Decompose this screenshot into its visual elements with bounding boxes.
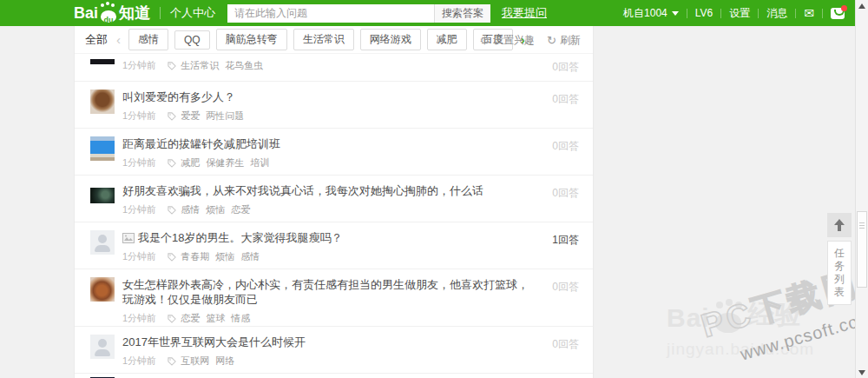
- tag-icon: [167, 111, 177, 122]
- tag-link[interactable]: 青春期: [181, 251, 209, 262]
- tag-link[interactable]: 恋爱: [231, 204, 250, 215]
- filter-tag[interactable]: 生活常识: [293, 29, 354, 50]
- question-list: 1分钟前 生活常识花鸟鱼虫 0回答 叫刘爱爱的有多少人？: [75, 54, 593, 378]
- mall-icon[interactable]: [831, 8, 845, 19]
- question-time: 1分钟前: [122, 109, 156, 123]
- set-interest-button[interactable]: ⚙ 设置兴趣: [479, 33, 535, 48]
- messages-link[interactable]: 消息: [766, 6, 787, 21]
- question-thumbnail[interactable]: [90, 277, 115, 302]
- tag-link[interactable]: 烦恼: [215, 251, 234, 262]
- back-to-top-button[interactable]: [827, 213, 852, 237]
- tag-link[interactable]: 两性问题: [206, 110, 244, 121]
- settings-link[interactable]: 设置: [729, 6, 750, 21]
- question-thumbnail[interactable]: [90, 230, 115, 255]
- tag-icon: [167, 61, 177, 71]
- paw-watermark-icon: [713, 302, 746, 333]
- question-row: 距离最近的拔罐针灸减肥培训班 1分钟前 减肥保健养生培训 0回答: [75, 129, 593, 176]
- question-time: 1分钟前: [122, 156, 156, 169]
- mail-icon[interactable]: ✉: [804, 7, 814, 19]
- question-row: 我是个18岁的男生。大家觉得我腿瘦吗？ 1分钟前 青春期烦恼感情 1回答: [75, 222, 593, 269]
- question-row: 女生怎样跟外表高冷，内心朴实，有责任感有担当的男生做朋友，他喜欢打篮球，玩游戏！…: [75, 269, 593, 327]
- scrollbar-thumb[interactable]: [857, 211, 867, 288]
- question-title[interactable]: 叫刘爱爱的有多少人？: [122, 90, 235, 104]
- question-row: 遇见你是上辈子的什么人吗 0回答: [75, 374, 593, 378]
- filter-tag[interactable]: 脑筋急转弯: [216, 29, 287, 50]
- tag-icon: [167, 158, 177, 169]
- question-time: 1分钟前: [122, 355, 156, 368]
- filter-tag[interactable]: QQ: [174, 30, 210, 50]
- tag-link[interactable]: 感情: [240, 251, 260, 262]
- question-tags: 减肥保健养生培训: [181, 156, 275, 169]
- filter-tag[interactable]: 减肥: [427, 29, 467, 50]
- pcsoft-url-watermark: www.pcsoft.com.cn: [738, 301, 868, 365]
- question-title[interactable]: 距离最近的拔罐针灸减肥培训班: [122, 136, 280, 151]
- question-tags: 互联网网络: [181, 355, 240, 368]
- question-thumbnail[interactable]: [90, 59, 115, 64]
- ask-question-link[interactable]: 我要提问: [502, 5, 547, 21]
- question-title[interactable]: 好朋友喜欢骗我，从来不对我说真心话，我每次对她掏心掏肺的，什么话: [122, 183, 483, 198]
- filter-all[interactable]: 全部: [85, 32, 108, 48]
- question-tags: 青春期烦恼感情: [181, 250, 266, 263]
- search-answers-button[interactable]: 搜索答案: [434, 4, 490, 23]
- baidu-zhidao-logo[interactable]: Bai du 知道: [74, 3, 150, 23]
- question-list-card: 全部 ‹ 感情QQ脑筋急转弯生活常识网络游戏减肥百度 › ⚙ 设置兴趣 ↻ 刷新: [74, 26, 594, 378]
- chevron-left-icon[interactable]: ‹: [116, 33, 121, 46]
- tag-link[interactable]: 篮球: [206, 313, 225, 323]
- question-tags: 生活常识花鸟鱼虫: [181, 59, 269, 72]
- tag-icon: [167, 205, 177, 216]
- triangle-down-icon: [858, 370, 865, 375]
- tag-link[interactable]: 网络: [215, 355, 234, 366]
- answer-count: 1回答: [552, 233, 579, 248]
- filter-tag[interactable]: 网络游戏: [360, 29, 421, 50]
- question-thumbnail[interactable]: [90, 188, 115, 203]
- search-input[interactable]: [227, 4, 434, 23]
- answer-count: 0回答: [552, 337, 579, 352]
- question-row: 好朋友喜欢骗我，从来不对我说真心话，我每次对她掏心掏肺的，什么话 1分钟前 感情…: [75, 176, 593, 222]
- tag-icon: [167, 252, 177, 262]
- interest-filter-bar: 全部 ‹ 感情QQ脑筋急转弯生活常识网络游戏减肥百度 › ⚙ 设置兴趣 ↻ 刷新: [75, 26, 593, 54]
- scroll-down-button[interactable]: [856, 366, 868, 378]
- top-header-bar: Bai du 知道 个人中心 搜索答案 我要提问 机自1004 LV6 设置 消…: [0, 0, 868, 26]
- question-thumbnail[interactable]: [90, 335, 115, 359]
- refresh-button[interactable]: ↻ 刷新: [547, 33, 581, 48]
- header-right-menu: 机自1004 LV6 设置 消息 ✉: [623, 0, 845, 26]
- answer-count: 0回答: [552, 280, 579, 295]
- scroll-up-button[interactable]: [856, 0, 868, 12]
- tag-link[interactable]: 感情: [181, 204, 200, 215]
- answer-count: 0回答: [552, 60, 579, 75]
- question-thumbnail[interactable]: [90, 90, 115, 114]
- question-title[interactable]: 2017年世界互联网大会是什么时候开: [122, 335, 306, 349]
- task-list-tab[interactable]: 任务列表: [827, 241, 852, 305]
- tag-link[interactable]: 情感: [231, 313, 250, 323]
- tag-link[interactable]: 减肥: [181, 157, 200, 168]
- tag-link[interactable]: 互联网: [181, 355, 209, 366]
- question-title[interactable]: 我是个18岁的男生。大家觉得我腿瘦吗？: [138, 230, 342, 245]
- question-title[interactable]: 女生怎样跟外表高冷，内心朴实，有责任感有担当的男生做朋友，他喜欢打篮球，玩游戏！…: [122, 277, 532, 307]
- tag-link[interactable]: 爱爱: [181, 110, 200, 121]
- question-row: 1分钟前 生活常识花鸟鱼虫 0回答: [75, 59, 593, 82]
- tag-link[interactable]: 培训: [250, 157, 269, 168]
- jingyan-watermark: Bai 经验 jingyan.baidu.com: [667, 297, 814, 359]
- tag-link[interactable]: 烦恼: [206, 204, 225, 215]
- vertical-scrollbar[interactable]: [855, 0, 868, 378]
- user-level-badge[interactable]: LV6: [695, 7, 713, 19]
- jingyan-url-watermark: jingyan.baidu.com: [667, 340, 814, 359]
- question-thumbnail[interactable]: [90, 136, 115, 161]
- tag-icon: [167, 356, 177, 367]
- header-divider: [160, 7, 161, 19]
- triangle-up-icon: [858, 3, 865, 9]
- tag-link[interactable]: 恋爱: [181, 313, 200, 323]
- question-time: 1分钟前: [122, 203, 156, 216]
- question-tags: 感情烦恼恋爱: [181, 203, 256, 216]
- personal-center-link[interactable]: 个人中心: [170, 5, 215, 21]
- filter-tag[interactable]: 感情: [128, 29, 168, 50]
- tag-link[interactable]: 生活常识: [181, 60, 219, 70]
- arrow-up-icon: [834, 219, 845, 225]
- tag-link[interactable]: 保健养生: [206, 157, 244, 168]
- answer-count: 0回答: [552, 186, 579, 201]
- user-dropdown[interactable]: 机自1004: [623, 6, 679, 21]
- tag-link[interactable]: 花鸟鱼虫: [225, 60, 263, 70]
- question-time: 1分钟前: [122, 312, 156, 325]
- chevron-down-icon: [672, 11, 679, 16]
- logo-text-bai: Bai: [74, 3, 98, 23]
